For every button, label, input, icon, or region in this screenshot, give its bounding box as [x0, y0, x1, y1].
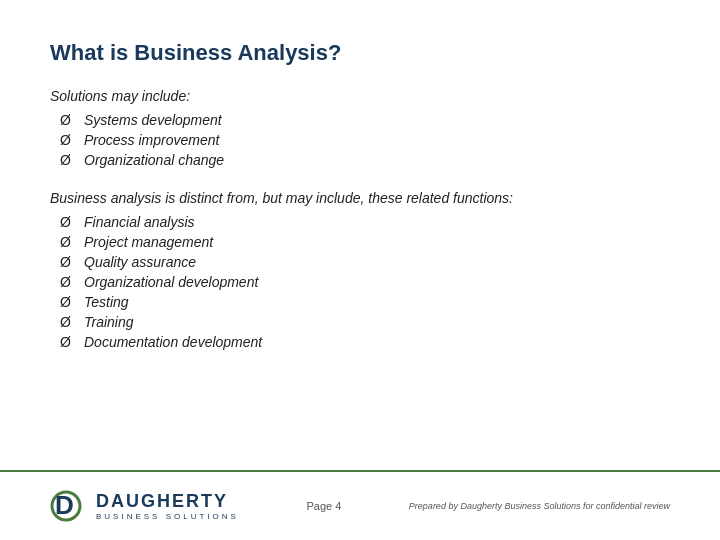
- list-item: Organizational change: [60, 150, 670, 170]
- logo-name: DAUGHERTY: [96, 491, 239, 512]
- list-item: Process improvement: [60, 130, 670, 150]
- list-item: Testing: [60, 292, 670, 312]
- logo-text: DAUGHERTY Business Solutions: [96, 491, 239, 521]
- list-item: Documentation development: [60, 332, 670, 352]
- section1-bullets: Systems developmentProcess improvementOr…: [60, 110, 670, 170]
- section2: Business analysis is distinct from, but …: [50, 190, 670, 352]
- prepared-by: Prepared by Daugherty Business Solutions…: [409, 501, 670, 511]
- logo-sub: Business Solutions: [96, 512, 239, 521]
- section1: Solutions may include: Systems developme…: [50, 88, 670, 170]
- list-item: Systems development: [60, 110, 670, 130]
- slide-title: What is Business Analysis?: [50, 40, 670, 66]
- section1-intro: Solutions may include:: [50, 88, 670, 104]
- logo: D DAUGHERTY Business Solutions: [50, 487, 239, 525]
- list-item: Quality assurance: [60, 252, 670, 272]
- list-item: Financial analysis: [60, 212, 670, 232]
- svg-text:D: D: [55, 490, 74, 520]
- slide: What is Business Analysis? Solutions may…: [0, 0, 720, 540]
- logo-icon: D: [50, 487, 88, 525]
- list-item: Project management: [60, 232, 670, 252]
- footer: D DAUGHERTY Business Solutions Page 4 Pr…: [0, 470, 720, 540]
- page-number: Page 4: [306, 500, 341, 512]
- section2-bullets: Financial analysisProject managementQual…: [60, 212, 670, 352]
- section2-intro: Business analysis is distinct from, but …: [50, 190, 670, 206]
- list-item: Training: [60, 312, 670, 332]
- list-item: Organizational development: [60, 272, 670, 292]
